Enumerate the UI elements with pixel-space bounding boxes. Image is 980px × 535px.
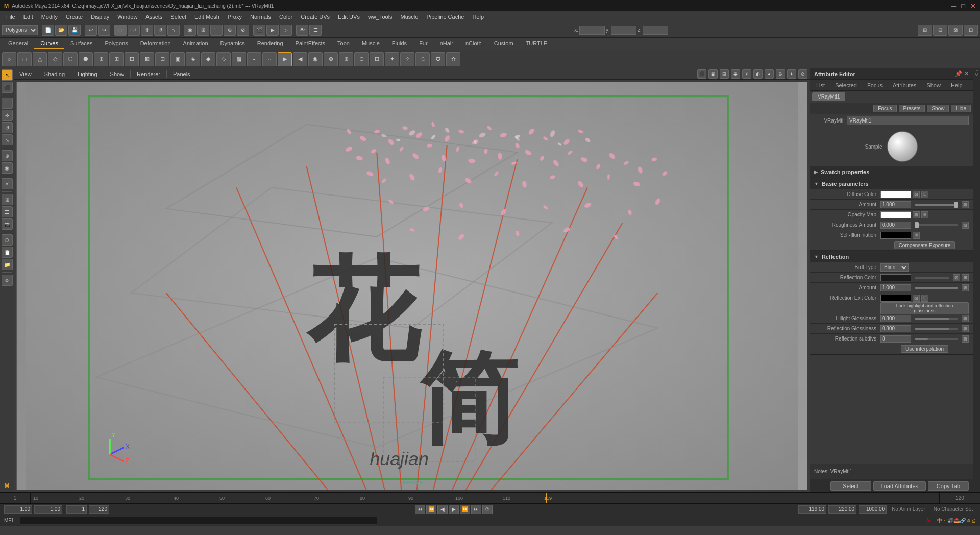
select-tool-btn[interactable]: ◻ [114, 25, 127, 36]
refl-gloss-icon[interactable]: ⊠ [962, 325, 969, 332]
presets-btn[interactable]: Presets [899, 105, 925, 112]
menu-muscle[interactable]: Muscle [397, 13, 423, 21]
opacity-map-icon[interactable]: ⊠ [913, 211, 920, 218]
snap-grid-btn[interactable]: ⊞ [197, 25, 209, 36]
brdf-select[interactable]: Blinn Phong Ward [880, 263, 909, 272]
tab-fur[interactable]: Fur [413, 39, 434, 49]
shelf-btn-9[interactable]: ⊟ [125, 52, 139, 66]
select-mode-btn[interactable]: ↖ [2, 69, 13, 81]
roughness-slider[interactable] [915, 224, 958, 226]
render-view-btn[interactable]: 📷 [2, 218, 13, 230]
window-controls[interactable]: ─ □ ✕ [951, 2, 976, 10]
vt-shading[interactable]: Shading [41, 70, 68, 78]
menu-ww-tools[interactable]: ww_Tools [364, 13, 397, 21]
maximize-btn[interactable]: □ [961, 2, 965, 10]
snap-curve-btn[interactable]: ⌒ [210, 25, 223, 36]
play-fwd-btn[interactable]: ▶ [449, 505, 459, 514]
vt-panels[interactable]: Panels [170, 70, 193, 78]
vt-view[interactable]: View [16, 70, 35, 78]
refl-subdivs-input[interactable] [880, 335, 911, 343]
scale-tool-btn[interactable]: ⤡ [167, 25, 180, 36]
tab-polygons[interactable]: Polygons [99, 39, 134, 49]
menu-help[interactable]: Help [468, 13, 488, 21]
menu-create-uvs[interactable]: Create UVs [297, 13, 334, 21]
tab-general[interactable]: General [2, 39, 34, 49]
layout-btn2[interactable]: ⊟ [933, 25, 947, 36]
shelf-btn-5[interactable]: ⬡ [63, 52, 78, 66]
shelf-btn-30[interactable]: ✫ [446, 52, 460, 66]
opacity-grid-icon[interactable]: ⊞ [921, 211, 928, 218]
shelf-btn-10[interactable]: ⊠ [140, 52, 154, 66]
diffuse-color-map-icon[interactable]: ⊠ [913, 191, 920, 198]
vt-icon-6[interactable]: ◐ [753, 69, 763, 79]
refl-exit-icon[interactable]: ⊠ [913, 295, 920, 302]
vt-show[interactable]: Show [107, 70, 128, 78]
diffuse-amount-input[interactable] [880, 201, 911, 208]
shelf-btn-14[interactable]: ◆ [201, 52, 215, 66]
vt-icon-9[interactable]: ✦ [787, 69, 796, 79]
refl-exit-grid[interactable]: ⊞ [921, 295, 928, 302]
shelf-btn-21[interactable]: ◉ [308, 52, 323, 66]
vt-renderer[interactable]: Renderer [134, 70, 163, 78]
swatch-section-header[interactable]: ▶ Swatch properties [810, 166, 973, 178]
y-input[interactable] [611, 26, 636, 35]
menu-modify[interactable]: Modify [37, 13, 62, 21]
close-btn[interactable]: ✕ [970, 2, 976, 10]
ae-tab-list[interactable]: List [812, 81, 829, 89]
vt-icon-4[interactable]: ◉ [731, 69, 740, 79]
select-bottom-btn[interactable]: Select [830, 481, 871, 491]
shelf-btn-24[interactable]: ⊝ [354, 52, 369, 66]
menu-file[interactable]: File [2, 13, 19, 21]
menu-create[interactable]: Create [62, 13, 87, 21]
outliner-btn[interactable]: 📁 [2, 259, 13, 270]
menu-proxy[interactable]: Proxy [224, 13, 246, 21]
self-illum-swatch[interactable] [880, 232, 911, 239]
paint-select-btn[interactable]: ⬛ [2, 82, 13, 93]
focus-btn[interactable]: Focus [873, 105, 896, 112]
display-layers-btn[interactable]: ☰ [309, 25, 322, 36]
show-btn[interactable]: Show [927, 105, 949, 112]
ae-close-btn[interactable]: ✕ [964, 70, 969, 77]
soft-select-btn[interactable]: ◉ [184, 25, 196, 36]
menu-edit-uvs[interactable]: Edit UVs [334, 13, 364, 21]
load-attributes-btn[interactable]: Load Attributes [873, 481, 926, 491]
tab-painteffects[interactable]: PaintEffects [289, 39, 332, 49]
shelf-btn-22[interactable]: ⊛ [324, 52, 338, 66]
lasso-select-btn[interactable]: ⌒ [2, 98, 13, 109]
refl-amount-input[interactable] [880, 284, 911, 291]
use-interpolation-btn[interactable]: Use interpolation [901, 345, 948, 353]
diffuse-amount-icon[interactable]: ⊠ [962, 201, 969, 208]
shelf-btn-8[interactable]: ⊞ [109, 52, 124, 66]
ae-tab-help[interactable]: Help [947, 81, 967, 89]
shelf-btn-28[interactable]: ✩ [415, 52, 430, 66]
shelf-btn-27[interactable]: ✧ [400, 52, 414, 66]
move-btn[interactable]: ✛ [2, 110, 13, 121]
open-scene-btn[interactable]: 📂 [55, 25, 67, 36]
layout-btn4[interactable]: ⊡ [964, 25, 978, 36]
tab-deformation[interactable]: Deformation [134, 39, 177, 49]
hilight-gloss-icon[interactable]: ⊠ [962, 315, 969, 322]
menu-edit[interactable]: Edit [19, 13, 37, 21]
tab-dynamics[interactable]: Dynamics [214, 39, 251, 49]
refl-gloss-input[interactable] [880, 325, 911, 332]
menu-assets[interactable]: Assets [141, 13, 166, 21]
compensate-exposure-btn[interactable]: Compensate Exposure [894, 241, 955, 249]
tab-fluids[interactable]: Fluids [386, 39, 413, 49]
new-scene-btn[interactable]: 📄 [42, 25, 54, 36]
soft-mod-btn[interactable]: ◉ [2, 162, 13, 174]
mode-select[interactable]: Polygons [2, 25, 38, 35]
vt-icon-8[interactable]: ⊛ [776, 69, 785, 79]
shelf-btn-7[interactable]: ⊕ [94, 52, 108, 66]
shelf-btn-3[interactable]: △ [33, 52, 47, 66]
playback-start-input[interactable] [4, 505, 32, 514]
script-input[interactable] [20, 517, 377, 525]
maya-logo-btn[interactable]: M [2, 480, 13, 491]
shelf-btn-1[interactable]: ○ [2, 52, 16, 66]
refl-color-slider[interactable] [915, 277, 949, 279]
vt-icon-7[interactable]: ● [765, 69, 774, 79]
minimize-btn[interactable]: ─ [951, 2, 956, 10]
layout-btn1[interactable]: ⊞ [918, 25, 932, 36]
viewport[interactable]: 1280 x 720 [16, 82, 807, 490]
vt-icon-3[interactable]: ⊞ [720, 69, 729, 79]
self-illum-grid-icon[interactable]: ⊞ [913, 232, 920, 239]
